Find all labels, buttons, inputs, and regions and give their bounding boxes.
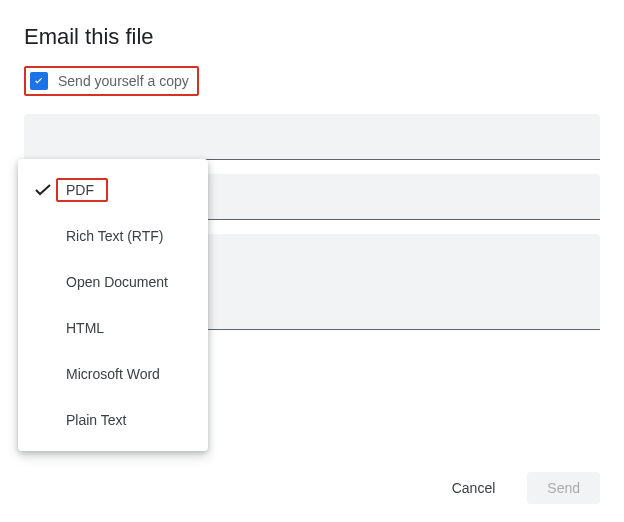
format-dropdown-menu: PDF Rich Text (RTF) Open Document HTML M…: [18, 159, 208, 451]
send-button[interactable]: Send: [527, 472, 600, 504]
dropdown-option-rtf[interactable]: Rich Text (RTF): [18, 213, 208, 259]
dialog-actions: Cancel Send: [432, 472, 600, 504]
dropdown-option-label: Microsoft Word: [66, 366, 160, 382]
to-field[interactable]: [24, 114, 600, 160]
dropdown-option-label: PDF: [66, 182, 94, 198]
cancel-button[interactable]: Cancel: [432, 472, 516, 504]
dropdown-option-label: HTML: [66, 320, 104, 336]
checkbox-icon: [30, 72, 48, 90]
dropdown-option-html[interactable]: HTML: [18, 305, 208, 351]
dropdown-option-label: Open Document: [66, 274, 168, 290]
dropdown-option-odt[interactable]: Open Document: [18, 259, 208, 305]
dropdown-option-txt[interactable]: Plain Text: [18, 397, 208, 443]
dialog-title: Email this file: [0, 0, 624, 50]
send-copy-label: Send yourself a copy: [58, 73, 189, 89]
check-icon: [34, 181, 52, 199]
dropdown-option-docx[interactable]: Microsoft Word: [18, 351, 208, 397]
dropdown-option-label: Plain Text: [66, 412, 126, 428]
dialog-content: Send yourself a copy gle Docs- Hridoy on…: [0, 50, 624, 401]
dropdown-option-pdf[interactable]: PDF: [18, 167, 208, 213]
dropdown-option-label: Rich Text (RTF): [66, 228, 164, 244]
send-copy-checkbox-row[interactable]: Send yourself a copy: [24, 66, 199, 96]
